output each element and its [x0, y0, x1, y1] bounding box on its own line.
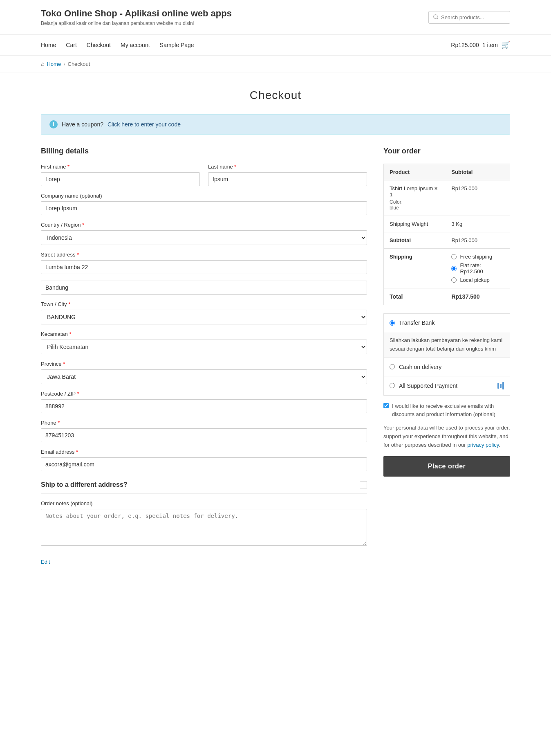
first-name-group: First name *: [41, 164, 200, 186]
coupon-link[interactable]: Click here to enter your code: [108, 121, 181, 128]
site-subtitle: Belanja aplikasi kasir online dan layana…: [41, 20, 232, 26]
table-row-shipping: Shipping Free shipping Flat rate: Rp12.5…: [384, 249, 510, 288]
shipping-free-radio[interactable]: [451, 254, 457, 259]
shipping-option-free[interactable]: Free shipping: [451, 254, 504, 260]
nav-sample-page[interactable]: Sample Page: [160, 42, 194, 48]
coupon-text: Have a coupon?: [62, 121, 103, 128]
privacy-text: Your personal data will be used to proce…: [383, 424, 510, 449]
table-row-total: Total Rp137.500: [384, 288, 510, 305]
product-cell: Tshirt Lorep ipsum × 1 Color: blue: [384, 180, 446, 216]
col-subtotal: Subtotal: [446, 164, 510, 180]
street-input-1[interactable]: [41, 260, 367, 274]
search-input[interactable]: [441, 14, 506, 20]
breadcrumb-current: Checkout: [68, 61, 90, 67]
cart-summary[interactable]: Rp125.000 1 item 🛒: [451, 40, 510, 50]
nav-home[interactable]: Home: [41, 42, 56, 48]
breadcrumb-separator: ›: [63, 61, 65, 67]
province-group: Province * Jawa Barat: [41, 361, 367, 384]
postcode-input[interactable]: [41, 399, 367, 413]
privacy-link[interactable]: privacy policy: [467, 442, 499, 448]
order-notes-label: Order notes (optional): [41, 500, 367, 506]
street-input-2[interactable]: [41, 281, 367, 295]
shipping-label: Shipping: [384, 249, 446, 288]
edit-link[interactable]: Edit: [41, 559, 50, 565]
order-notes-textarea[interactable]: [41, 509, 367, 546]
street-2-group: [41, 281, 367, 295]
phone-input[interactable]: [41, 428, 367, 442]
nav-cart[interactable]: Cart: [66, 42, 76, 48]
shipping-weight-value: 3 Kg: [446, 216, 510, 232]
kecamatan-label: Kecamatan *: [41, 331, 367, 337]
shipping-options: Free shipping Flat rate: Rp12.500 Local …: [451, 254, 504, 283]
svg-point-0: [434, 14, 437, 18]
payment-bar-2: [500, 384, 502, 388]
country-select[interactable]: Indonesia: [41, 230, 367, 245]
product-price: Rp125.000: [446, 180, 510, 216]
kecamatan-select[interactable]: Pilih Kecamatan: [41, 340, 367, 354]
ship-different-toggle[interactable]: [360, 481, 367, 488]
city-select[interactable]: BANDUNG: [41, 310, 367, 324]
shipping-local-radio[interactable]: [451, 277, 457, 283]
search-box[interactable]: [428, 11, 510, 24]
ship-different-section: Ship to a different address?: [41, 481, 367, 494]
shipping-flat-radio[interactable]: [451, 266, 457, 271]
payment-icon: [497, 382, 504, 389]
first-name-input[interactable]: [41, 172, 200, 186]
phone-label: Phone *: [41, 420, 367, 426]
header-right: [428, 11, 510, 24]
province-label: Province *: [41, 361, 367, 367]
postcode-group: Postcode / ZIP *: [41, 391, 367, 413]
payment-option-transfer[interactable]: Transfer Bank: [384, 314, 510, 332]
postcode-label: Postcode / ZIP *: [41, 391, 367, 397]
phone-group: Phone *: [41, 420, 367, 442]
payment-cod-label: Cash on delivery: [399, 364, 441, 370]
company-group: Company name (optional): [41, 193, 367, 215]
payment-transfer-radio[interactable]: [390, 320, 395, 326]
shipping-option-flat[interactable]: Flat rate: Rp12.500: [451, 262, 504, 274]
info-icon: i: [49, 120, 58, 128]
table-row-subtotal: Subtotal Rp125.000: [384, 232, 510, 249]
company-input[interactable]: [41, 201, 367, 215]
total-label: Total: [384, 288, 446, 305]
name-row: First name * Last name *: [41, 164, 367, 186]
main-nav: Home Cart Checkout My account Sample Pag…: [0, 35, 551, 56]
cart-icon: 🛒: [501, 40, 510, 50]
order-section: Your order Product Subtotal Tshirt Lorep…: [383, 147, 510, 565]
cart-total: Rp125.000: [451, 42, 479, 48]
order-title: Your order: [383, 147, 510, 155]
search-icon: [433, 14, 439, 21]
consent-checkbox[interactable]: [383, 403, 389, 408]
shipping-weight-label: Shipping Weight: [384, 216, 446, 232]
payment-all-radio[interactable]: [390, 383, 395, 388]
cart-item-count: 1 item: [482, 42, 498, 48]
home-icon: ⌂: [41, 61, 44, 67]
city-group: Town / City * BANDUNG: [41, 301, 367, 324]
shipping-option-local[interactable]: Local pickup: [451, 277, 504, 283]
email-input[interactable]: [41, 457, 367, 471]
subtotal-label: Subtotal: [384, 232, 446, 249]
last-name-label: Last name *: [208, 164, 367, 170]
nav-my-account[interactable]: My account: [121, 42, 150, 48]
payment-option-cod[interactable]: Cash on delivery: [384, 358, 510, 376]
subtotal-value: Rp125.000: [446, 232, 510, 249]
payment-option-all[interactable]: All Supported Payment: [384, 376, 510, 395]
table-row-shipping-weight: Shipping Weight 3 Kg: [384, 216, 510, 232]
city-label: Town / City *: [41, 301, 367, 307]
site-title: Toko Online Shop - Aplikasi online web a…: [41, 8, 232, 19]
shipping-flat-label: Flat rate: Rp12.500: [460, 262, 504, 274]
shipping-local-label: Local pickup: [460, 277, 489, 283]
first-name-label: First name *: [41, 164, 200, 170]
payment-section: Transfer Bank Silahkan lakukan pembayara…: [383, 313, 510, 396]
last-name-group: Last name *: [208, 164, 367, 186]
ship-different-title: Ship to a different address?: [41, 481, 128, 488]
province-select[interactable]: Jawa Barat: [41, 369, 367, 384]
nav-checkout[interactable]: Checkout: [87, 42, 111, 48]
last-name-input[interactable]: [208, 172, 367, 186]
payment-all-label: All Supported Payment: [399, 382, 457, 389]
country-group: Country / Region * Indonesia: [41, 222, 367, 245]
site-branding: Toko Online Shop - Aplikasi online web a…: [41, 8, 232, 26]
payment-cod-radio[interactable]: [390, 364, 395, 369]
breadcrumb-home[interactable]: Home: [47, 61, 61, 67]
place-order-button[interactable]: Place order: [383, 456, 510, 477]
street-label: Street address *: [41, 252, 367, 258]
